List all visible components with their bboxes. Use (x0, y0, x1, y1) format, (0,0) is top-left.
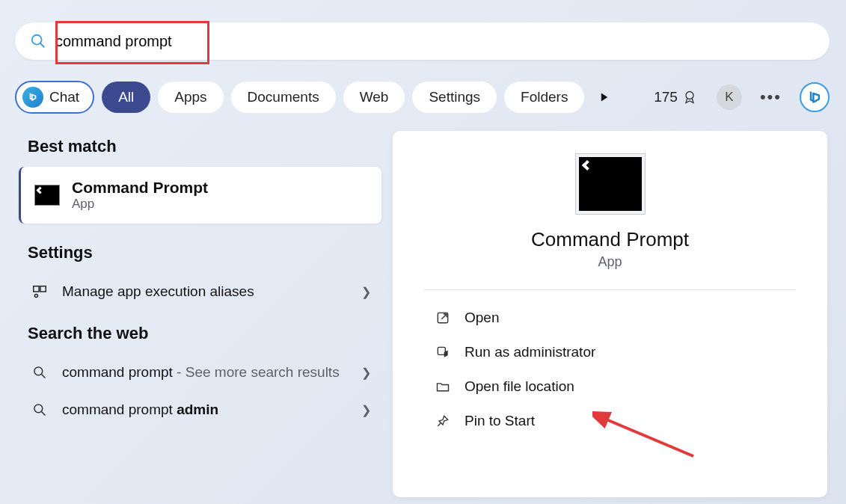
search-icon (29, 402, 50, 417)
filter-tab-settings[interactable]: Settings (412, 82, 497, 113)
app-icon-large (575, 153, 646, 215)
svg-point-6 (34, 367, 43, 375)
filter-tab-all[interactable]: All (102, 82, 150, 113)
svg-line-1 (40, 43, 45, 48)
search-bar (15, 22, 830, 60)
filter-tab-documents[interactable]: Documents (231, 82, 336, 113)
filter-row: Chat All Apps Documents Web Settings Fol… (15, 79, 830, 116)
svg-point-0 (32, 35, 42, 45)
best-match-subtitle: App (72, 197, 208, 212)
search-icon (29, 365, 50, 380)
chevron-right-icon: ❯ (361, 285, 371, 299)
open-icon (435, 310, 451, 325)
medal-icon (682, 90, 697, 105)
svg-rect-3 (34, 286, 39, 292)
more-menu-button[interactable]: ••• (754, 87, 788, 107)
action-run-as-admin[interactable]: Run as administrator (393, 335, 827, 369)
settings-heading: Settings (28, 243, 381, 262)
best-match-result[interactable]: Command Prompt App (19, 167, 381, 224)
divider (424, 289, 796, 290)
chevron-right-icon: ❯ (361, 403, 371, 417)
web-result-1[interactable]: command prompt admin ❯ (19, 391, 381, 428)
action-label: Run as administrator (465, 344, 595, 360)
folder-icon (435, 379, 451, 394)
svg-point-5 (34, 294, 37, 297)
search-input[interactable] (55, 33, 821, 50)
chat-button[interactable]: Chat (15, 81, 94, 114)
settings-app-icon (29, 283, 50, 300)
svg-point-8 (34, 405, 43, 413)
action-pin-to-start[interactable]: Pin to Start (393, 404, 827, 438)
bing-button[interactable] (800, 82, 830, 112)
panel-title: Command Prompt (393, 228, 827, 251)
settings-item-label: Manage app execution aliases (62, 283, 349, 300)
search-icon (30, 33, 46, 49)
svg-line-9 (42, 412, 46, 416)
bing-chat-icon (22, 87, 43, 108)
filter-tab-folders[interactable]: Folders (504, 82, 584, 113)
filter-tab-web[interactable]: Web (343, 82, 405, 113)
points-value: 175 (654, 89, 678, 105)
preview-panel: Command Prompt App Open Run as administr… (393, 131, 827, 497)
filter-tab-apps[interactable]: Apps (158, 82, 223, 113)
action-label: Open (465, 310, 499, 326)
user-avatar[interactable]: K (717, 84, 742, 110)
action-label: Open file location (465, 378, 574, 395)
svg-point-2 (686, 92, 693, 99)
chevron-right-icon: ❯ (361, 366, 371, 380)
shield-icon (435, 345, 451, 360)
rewards-points[interactable]: 175 (654, 89, 697, 105)
action-label: Pin to Start (465, 413, 535, 429)
svg-line-7 (42, 375, 46, 378)
chat-label: Chat (49, 89, 79, 105)
best-match-title: Command Prompt (72, 179, 208, 197)
results-column: Best match Command Prompt App Settings M… (19, 131, 381, 497)
web-result-text: command prompt admin (62, 402, 349, 418)
svg-rect-4 (40, 286, 46, 292)
web-heading: Search the web (28, 324, 381, 343)
settings-item-aliases[interactable]: Manage app execution aliases ❯ (19, 273, 381, 310)
command-prompt-icon (34, 185, 60, 206)
more-filters-button[interactable] (592, 84, 617, 110)
web-result-0[interactable]: command prompt - See more search results… (19, 354, 381, 391)
pin-icon (435, 414, 451, 428)
web-result-text: command prompt - See more search results (62, 364, 349, 381)
action-open-file-location[interactable]: Open file location (393, 369, 827, 404)
action-open[interactable]: Open (393, 301, 827, 335)
best-match-heading: Best match (28, 137, 381, 156)
panel-subtitle: App (393, 254, 827, 270)
